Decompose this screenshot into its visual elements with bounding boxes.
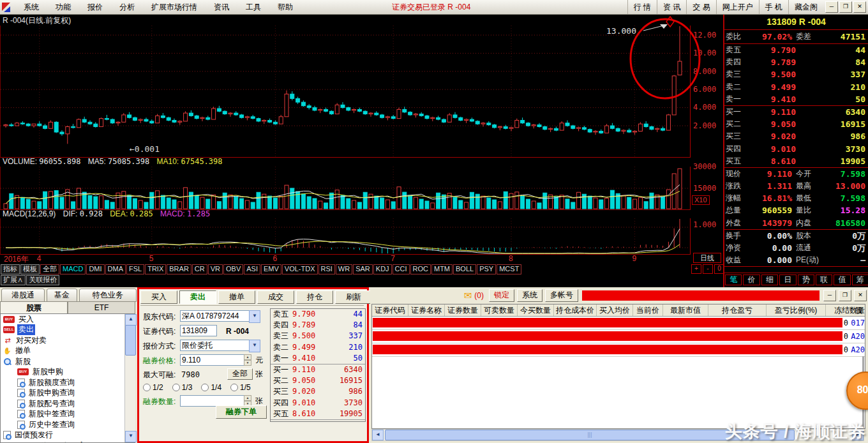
holder-dropdown-icon[interactable]: ▼ xyxy=(249,310,260,323)
book-ask-row[interactable]: 卖一9.41050 xyxy=(271,353,365,364)
trade-tab-买入[interactable]: 买入 xyxy=(140,290,177,304)
book-bid-row[interactable]: 买一9.1106340 xyxy=(271,364,365,375)
indicator-meta-tab[interactable]: 指标 xyxy=(1,264,20,274)
right-menu-5[interactable]: 藏金阁 xyxy=(788,0,823,14)
quote-tab-值[interactable]: 值 xyxy=(834,274,850,285)
bid-level[interactable]: 买四9.0103730 xyxy=(724,143,868,155)
bid-level[interactable]: 买二9.05016915 xyxy=(724,118,868,130)
sidebar-item-新股额度查询[interactable]: 新股额度查询 xyxy=(1,377,135,388)
sidebar-item-新股[interactable]: 新股 xyxy=(1,356,135,367)
submit-order-button[interactable]: 融券下单 xyxy=(216,405,267,419)
quote-tab-日[interactable]: 日 xyxy=(779,274,796,285)
indicator-meta-tab[interactable]: 模板 xyxy=(20,264,40,274)
trade-tab-持仓[interactable]: 持仓 xyxy=(296,290,333,304)
column-header-8[interactable]: 最新市值 xyxy=(663,304,708,316)
fraction-radio-1-3[interactable]: 1/3 xyxy=(172,382,193,393)
menu-1[interactable]: 功能 xyxy=(47,3,79,11)
menu-2[interactable]: 报价 xyxy=(79,3,111,11)
ask-level[interactable]: 卖四9.78984 xyxy=(724,56,868,68)
quote-tab-细[interactable]: 细 xyxy=(761,274,778,285)
menu-3[interactable]: 分析 xyxy=(111,3,143,11)
fraction-radio-1-4[interactable]: 1/4 xyxy=(201,382,221,393)
sidebar-item-对买对卖[interactable]: ⇄对买对卖 xyxy=(1,335,135,346)
column-header-5[interactable]: 持仓成本价 xyxy=(554,304,597,316)
type-tab-股票[interactable]: 股票 xyxy=(0,301,68,315)
ask-level[interactable]: 卖二9.499210 xyxy=(724,81,868,93)
position-row[interactable]: 0017 xyxy=(372,317,865,330)
column-header-6[interactable]: 买入均价 xyxy=(597,304,633,316)
position-row[interactable]: 0A20 xyxy=(372,343,865,357)
trade-tab-卖出[interactable]: 卖出 xyxy=(179,290,216,304)
indicator-tab-sar[interactable]: SAR xyxy=(353,264,373,274)
sidebar-item-国债预发行买入[interactable]: BUY国债预发行买入 xyxy=(1,440,135,443)
menu-0[interactable]: 系统 xyxy=(15,3,47,11)
column-header-7[interactable]: 当前价 xyxy=(633,304,663,316)
sidebar-item-新股配号查询[interactable]: 新股配号查询 xyxy=(1,398,135,409)
lock-button[interactable]: 锁定 xyxy=(489,289,514,302)
tree-scrollbar[interactable]: ▲ ▼ xyxy=(124,314,135,442)
mode-dropdown-icon[interactable]: ▼ xyxy=(249,340,260,352)
sidebar-item-国债预发行[interactable]: 国债预发行 xyxy=(1,430,135,441)
indicator-tab-macd[interactable]: MACD xyxy=(60,264,86,274)
book-bid-row[interactable]: 买四9.0103730 xyxy=(271,398,365,409)
indicator-tab-cci[interactable]: CCI xyxy=(393,264,410,274)
code-input[interactable]: 131809 xyxy=(180,325,217,336)
book-ask-row[interactable]: 卖三9.500337 xyxy=(271,331,365,342)
indicator-tab-kdj[interactable]: KDJ xyxy=(373,264,392,274)
indicator-tab-roc[interactable]: ROC xyxy=(410,264,431,274)
chart-subtab[interactable]: 关联报价 xyxy=(26,275,59,285)
indicator-tab-fsl[interactable]: FSL xyxy=(126,264,144,274)
indicator-tab-rsi[interactable]: RSI xyxy=(318,264,335,274)
scroll-down-icon[interactable]: ▼ xyxy=(125,431,137,442)
volume-pane[interactable] xyxy=(0,167,691,210)
scroll-left-icon[interactable]: ◄ xyxy=(372,430,384,440)
column-header-4[interactable]: 今买数量 xyxy=(518,304,554,316)
right-menu-0[interactable]: 行 情 xyxy=(627,0,657,14)
multi-account-button[interactable]: 多帐号 xyxy=(545,289,578,302)
book-bid-row[interactable]: 买二9.05016915 xyxy=(271,375,365,386)
indicator-tab-全部[interactable]: 全部 xyxy=(40,264,59,274)
window-minimize-button[interactable]: ─ xyxy=(825,1,838,13)
sidebar-item-历史中签查询[interactable]: 历史中签查询 xyxy=(1,419,135,430)
panel-minimize-button[interactable]: ─ xyxy=(823,290,836,301)
position-row[interactable]: 0A20 xyxy=(372,330,865,343)
indicator-tab-mcst[interactable]: MCST xyxy=(497,264,521,274)
sidebar-item-买入[interactable]: BUY买入 xyxy=(1,314,135,325)
spin-up-icon[interactable]: ▲ xyxy=(244,354,251,360)
indicator-tab-obv[interactable]: OBV xyxy=(223,264,243,274)
scroll-thumb[interactable] xyxy=(125,325,136,356)
macd-pane[interactable] xyxy=(0,218,691,255)
book-bid-row[interactable]: 买三9.020986 xyxy=(271,386,365,397)
right-menu-3[interactable]: 网上开户 xyxy=(716,0,759,14)
sidebar-item-卖出[interactable]: SELL卖出 xyxy=(1,325,135,336)
max-all-button[interactable]: 全部 xyxy=(227,368,253,380)
menu-4[interactable]: 扩展市场行情 xyxy=(143,3,206,11)
chart-zoom-out-button[interactable]: - xyxy=(703,264,713,274)
spin-down-icon[interactable]: ▼ xyxy=(244,360,251,366)
holder-select[interactable]: 深A 0178797244 xyxy=(180,310,250,322)
price-input[interactable]: 9.110 xyxy=(180,354,245,366)
indicator-tab-brar[interactable]: BRAR xyxy=(167,264,191,274)
indicator-tab-vr[interactable]: VR xyxy=(208,264,223,274)
right-menu-1[interactable]: 资 讯 xyxy=(657,0,686,14)
window-restore-button[interactable]: ❐ xyxy=(839,1,852,13)
menu-7[interactable]: 帮助 xyxy=(269,3,301,11)
column-header-0[interactable]: 证券代码 xyxy=(372,304,408,316)
column-header-12[interactable]: 股 xyxy=(852,304,865,316)
price-spinner[interactable]: ▲▼ xyxy=(244,354,251,366)
quote-tab-势[interactable]: 势 xyxy=(798,274,814,285)
sidebar-item-撤单[interactable]: ✋撤单 xyxy=(1,346,135,357)
fraction-radio-1-5[interactable]: 1/5 xyxy=(230,382,251,393)
indicator-tab-emv[interactable]: EMV xyxy=(261,264,281,274)
panel-restore-button[interactable]: ❐ xyxy=(839,290,851,301)
ask-level[interactable]: 卖五9.79044 xyxy=(724,44,868,56)
chart-subtab[interactable]: 扩展∧ xyxy=(1,275,26,285)
book-ask-row[interactable]: 卖二9.499210 xyxy=(271,342,365,353)
book-ask-row[interactable]: 卖四9.78984 xyxy=(271,320,365,331)
mail-icon[interactable]: ✉ xyxy=(464,290,472,301)
book-bid-row[interactable]: 买五8.61019905 xyxy=(271,409,365,419)
trade-tab-刷新[interactable]: 刷新 xyxy=(335,290,372,304)
column-header-2[interactable]: 证券数量 xyxy=(445,304,481,316)
mode-select[interactable]: 限价委托 xyxy=(180,340,250,351)
menu-6[interactable]: 工具 xyxy=(237,3,269,11)
